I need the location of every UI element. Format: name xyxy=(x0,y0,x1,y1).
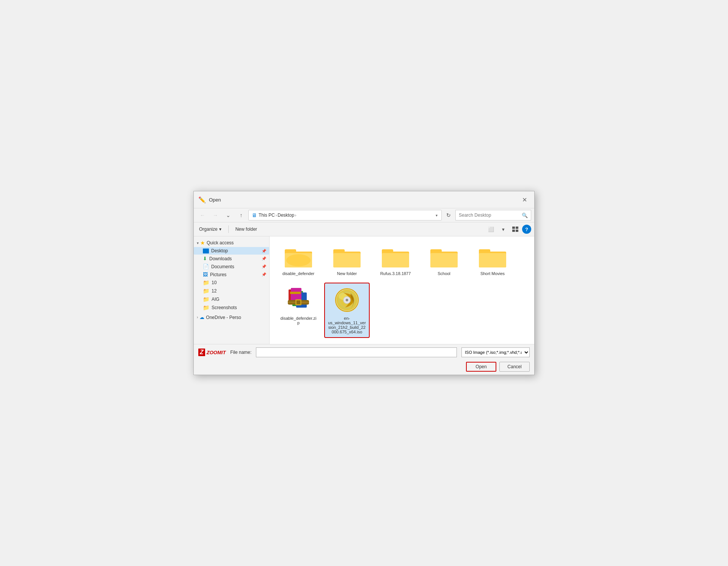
new-folder-button[interactable]: New folder xyxy=(233,225,259,233)
file-label-rufus: Rufus.3.18.1877 xyxy=(380,271,411,276)
sidebar-label-10: 10 xyxy=(212,280,217,285)
bottom-bar: Z ZOOMIT File name: ISO Image (*.iso;*.i… xyxy=(194,344,534,360)
svg-rect-28 xyxy=(297,300,300,304)
file-type-select[interactable]: ISO Image (*.iso;*.img;*.vhd;*.u xyxy=(461,347,530,357)
sidebar-item-pictures[interactable]: 🖼 Pictures 📌 xyxy=(194,270,269,278)
file-label-disable-defender: disable_defender xyxy=(282,271,314,276)
file-item-rufus[interactable]: Rufus.3.18.1877 xyxy=(373,242,418,280)
folder-icon-school xyxy=(430,246,458,269)
svg-rect-29 xyxy=(290,292,301,294)
folder-icon-short-movies xyxy=(479,246,506,269)
desktop-icon xyxy=(203,249,209,253)
sidebar-label-12: 12 xyxy=(212,288,217,294)
svg-rect-16 xyxy=(430,249,442,253)
svg-rect-1 xyxy=(516,227,518,229)
action-bar: Organize ▾ New folder ⬜ ▾ ? xyxy=(194,222,534,236)
folder-icon-disable-defender xyxy=(285,246,312,269)
zoomit-text: ZOOMIT xyxy=(207,350,226,355)
file-item-new-folder[interactable]: New folder xyxy=(324,242,370,280)
address-bar[interactable]: 🖥 This PC › Desktop › ▾ xyxy=(248,210,442,220)
pin-icon-desktop: 📌 xyxy=(262,249,266,253)
file-name-label: File name: xyxy=(230,350,251,355)
onedrive-chevron: › xyxy=(197,315,198,319)
onedrive-header[interactable]: › ☁ OneDrive - Perso xyxy=(194,313,269,321)
svg-rect-10 xyxy=(333,249,345,253)
address-part-desktop: Desktop xyxy=(278,213,294,218)
sidebar-label-pictures: Pictures xyxy=(210,272,226,277)
down-button[interactable]: ⌄ xyxy=(223,210,234,220)
close-button[interactable]: ✕ xyxy=(519,194,530,205)
file-label-short-movies: Short Movies xyxy=(480,271,505,276)
pictures-icon: 🖼 xyxy=(203,272,208,277)
sidebar-item-downloads[interactable]: ⬇ Downloads 📌 xyxy=(194,255,269,263)
main-content: ▾ ★ Quick access Desktop 📌 ⬇ Downloads 📌 xyxy=(194,236,534,344)
file-name-input[interactable] xyxy=(256,347,457,357)
svg-rect-19 xyxy=(479,249,490,253)
sidebar: ▾ ★ Quick access Desktop 📌 ⬇ Downloads 📌 xyxy=(194,236,270,344)
organize-button[interactable]: Organize ▾ xyxy=(197,225,224,233)
up-button[interactable]: ↑ xyxy=(235,210,247,220)
title-icon: ✏️ xyxy=(198,196,206,203)
file-item-iso[interactable]: en-us_windows_11_version_21h2_build_2200… xyxy=(324,283,370,338)
refresh-button[interactable]: ↻ xyxy=(443,210,454,220)
folder-icon-12: 📁 xyxy=(203,288,209,294)
organize-label: Organize xyxy=(199,227,218,232)
file-item-short-movies[interactable]: Short Movies xyxy=(470,242,515,280)
folder-icon-new-folder xyxy=(333,246,361,269)
file-item-school[interactable]: School xyxy=(421,242,467,280)
organize-chevron: ▾ xyxy=(219,227,221,232)
folder-icon-screenshots: 📁 xyxy=(203,305,209,311)
file-item-disable-defender[interactable]: disable_defender xyxy=(276,242,321,280)
window-title: Open xyxy=(209,197,221,203)
view-controls: ⬜ ▾ ? xyxy=(486,224,531,235)
address-part-thispc: This PC xyxy=(259,213,275,218)
onedrive-icon: ☁ xyxy=(199,314,204,320)
downloads-icon: ⬇ xyxy=(203,256,207,261)
svg-point-8 xyxy=(286,254,311,266)
search-input[interactable] xyxy=(459,213,520,218)
forward-button[interactable]: → xyxy=(210,210,221,220)
nav-bar: ← → ⌄ ↑ 🖥 This PC › Desktop › ▾ ↻ 🔍 xyxy=(194,208,534,222)
open-button[interactable]: Open xyxy=(466,362,496,372)
view-icons-button[interactable]: ⬜ xyxy=(486,224,496,235)
open-dialog: ✏️ Open ✕ ← → ⌄ ↑ 🖥 This PC › Desktop › … xyxy=(193,191,535,375)
address-dropdown-button[interactable]: ▾ xyxy=(435,213,438,217)
quick-access-header[interactable]: ▾ ★ Quick access xyxy=(194,239,269,247)
pin-icon-documents: 📌 xyxy=(262,264,266,269)
file-label-new-folder: New folder xyxy=(337,271,357,276)
view-dropdown-button[interactable]: ▾ xyxy=(498,224,508,235)
folder-icon-aig: 📁 xyxy=(203,296,209,302)
sidebar-item-desktop[interactable]: Desktop 📌 xyxy=(194,247,269,255)
file-label-school: School xyxy=(438,271,450,276)
quick-access-star-icon: ★ xyxy=(200,240,205,246)
file-label-iso: en-us_windows_11_version_21h2_build_2200… xyxy=(328,316,366,334)
quick-access-section: ▾ ★ Quick access Desktop 📌 ⬇ Downloads 📌 xyxy=(194,238,269,313)
sidebar-label-downloads: Downloads xyxy=(209,256,232,261)
svg-rect-0 xyxy=(512,227,515,229)
folder-icon-10: 📁 xyxy=(203,280,209,286)
iso-icon xyxy=(333,286,361,314)
zoomit-logo: Z ZOOMIT xyxy=(198,349,226,356)
quick-access-label: Quick access xyxy=(207,240,234,245)
action-separator xyxy=(228,225,229,233)
search-bar: 🔍 xyxy=(455,210,531,220)
file-item-zip[interactable]: disable_defender.zip xyxy=(276,283,321,338)
view-details-button[interactable] xyxy=(510,224,521,235)
sidebar-item-aig[interactable]: 📁 AIG xyxy=(194,295,269,303)
onedrive-label: OneDrive - Perso xyxy=(206,315,241,320)
sidebar-item-screenshots[interactable]: 📁 Screenshots xyxy=(194,303,269,312)
cancel-button[interactable]: Cancel xyxy=(499,362,530,372)
address-pc-icon: 🖥 xyxy=(252,212,257,218)
onedrive-section: › ☁ OneDrive - Perso xyxy=(194,313,269,322)
sidebar-label-screenshots: Screenshots xyxy=(212,305,237,310)
back-button[interactable]: ← xyxy=(197,210,208,220)
sidebar-item-12[interactable]: 📁 12 xyxy=(194,287,269,295)
sidebar-item-10[interactable]: 📁 10 xyxy=(194,278,269,287)
zoomit-z: Z xyxy=(198,349,205,356)
file-area: disable_defender New folder Rufus.3.18 xyxy=(270,236,534,344)
sidebar-item-documents[interactable]: 📄 Documents 📌 xyxy=(194,263,269,270)
svg-point-37 xyxy=(346,299,348,301)
help-button[interactable]: ? xyxy=(522,225,531,234)
sidebar-label-desktop: Desktop xyxy=(211,248,228,253)
new-folder-label: New folder xyxy=(235,227,257,232)
